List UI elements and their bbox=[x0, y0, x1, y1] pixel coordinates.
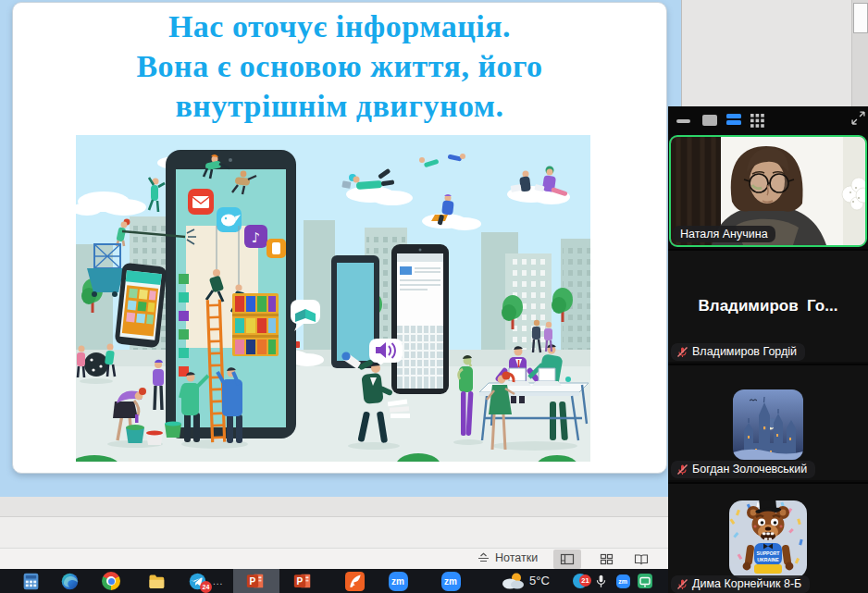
slide-illustration: ♪ bbox=[76, 135, 590, 462]
ppt-notes-pane[interactable] bbox=[0, 517, 683, 548]
slide-sorter-icon bbox=[600, 553, 614, 565]
feather-notes-icon[interactable] bbox=[343, 571, 366, 591]
castle-avatar bbox=[733, 389, 803, 460]
notes-icon bbox=[477, 552, 490, 563]
participant-tile-vladimirov[interactable]: Владимиров Го... Владимиров Гордій bbox=[668, 249, 868, 362]
participant-tile-dima[interactable]: SUPPORT UKRAINE Дима Корнейчик 8-Б bbox=[668, 482, 868, 593]
taskbar-overflow-dots[interactable]: ... bbox=[213, 576, 223, 587]
participant-tile-bogdan[interactable]: Богдан Золочевський bbox=[668, 364, 868, 480]
svg-text:P: P bbox=[250, 576, 256, 587]
participant-name: Владимиров Гордій bbox=[692, 345, 797, 358]
calculator-icon[interactable] bbox=[19, 571, 42, 591]
zoom-icon-2[interactable]: zm bbox=[440, 571, 462, 591]
slide-title: Нас оточує інформація. Вона є основою жи… bbox=[13, 6, 666, 126]
slide-sorter-button[interactable] bbox=[592, 550, 620, 569]
participant-name-badge: Богдан Золочевський bbox=[671, 461, 815, 478]
ppt-status-bar: Нотатки bbox=[0, 548, 683, 570]
background-window bbox=[681, 0, 868, 106]
muted-mic-icon bbox=[676, 578, 688, 590]
recorder-tray-icon[interactable] bbox=[637, 571, 653, 591]
weather-temperature[interactable]: 5°C bbox=[529, 574, 550, 587]
chrome-icon[interactable] bbox=[100, 571, 122, 591]
edge-icon[interactable] bbox=[58, 571, 81, 591]
slide-title-line3: внутрішнім двигуном. bbox=[13, 86, 666, 126]
reading-view-icon bbox=[634, 553, 649, 565]
presentation-slide[interactable]: Нас оточує інформація. Вона є основою жи… bbox=[12, 2, 667, 474]
zoom-tray-icon[interactable]: zm bbox=[614, 571, 631, 591]
normal-view-button[interactable] bbox=[553, 550, 581, 569]
powerpoint-icon[interactable]: P bbox=[291, 571, 314, 591]
telegram-badge: 24 bbox=[200, 581, 212, 593]
participant-video-natalya[interactable]: Наталя Анучина bbox=[669, 135, 867, 247]
participant-name: Наталя Анучина bbox=[680, 228, 768, 241]
slide-title-line1: Нас оточує інформація. bbox=[13, 6, 666, 46]
powerpoint-icon-active[interactable]: P bbox=[244, 571, 267, 591]
avatar-shirt-text-2: UKRAINE bbox=[757, 557, 779, 562]
weather-icon[interactable] bbox=[500, 571, 526, 591]
avatar-shirt-text-1: SUPPORT bbox=[756, 550, 780, 556]
svg-text:P: P bbox=[297, 576, 304, 587]
minimize-icon[interactable] bbox=[676, 119, 690, 123]
svg-text:♪: ♪ bbox=[252, 229, 261, 246]
ppt-notes-pane-header[interactable] bbox=[0, 497, 683, 517]
stacked-view-icon[interactable] bbox=[726, 114, 741, 127]
desktop-screen: Нас оточує інформація. Вона є основою жи… bbox=[0, 0, 868, 593]
participant-name-badge: Владимиров Гордій bbox=[671, 343, 805, 361]
zoom-icon[interactable]: zm bbox=[387, 571, 409, 591]
tray-badge: 21 bbox=[579, 574, 591, 587]
reading-view-button[interactable] bbox=[627, 550, 655, 569]
participant-name-badge: Дима Корнейчик 8-Б bbox=[671, 575, 810, 593]
microphone-tray-icon[interactable] bbox=[592, 571, 609, 591]
zoom-meeting-window: Наталя Анучина Владимиров Го... Владимир… bbox=[668, 106, 868, 593]
freddy-bear-avatar: SUPPORT UKRAINE bbox=[729, 500, 807, 578]
gallery-view-icon[interactable] bbox=[750, 114, 764, 128]
participant-name: Дима Корнейчик 8-Б bbox=[692, 577, 801, 590]
participant-name: Богдан Золочевський bbox=[692, 463, 807, 476]
folder-icon[interactable] bbox=[144, 571, 167, 591]
notes-label: Нотатки bbox=[495, 551, 538, 564]
notes-toggle-button[interactable]: Нотатки bbox=[477, 551, 538, 564]
muted-mic-icon bbox=[676, 463, 688, 476]
speaker-view-icon[interactable] bbox=[702, 115, 717, 126]
zoom-view-toolbar bbox=[668, 106, 868, 134]
expand-icon[interactable] bbox=[851, 111, 865, 125]
telegram-icon[interactable]: 24 bbox=[186, 571, 208, 591]
participant-name-badge: Наталя Анучина bbox=[673, 226, 775, 242]
telegram-tray-icon[interactable]: 21 bbox=[571, 571, 589, 591]
slide-title-line2: Вона є основою життя, його bbox=[13, 46, 666, 86]
muted-mic-icon bbox=[676, 346, 688, 358]
normal-view-icon bbox=[560, 553, 575, 565]
scrollbar-thumb[interactable] bbox=[853, 3, 868, 33]
scrollbar-track[interactable] bbox=[851, 0, 868, 106]
